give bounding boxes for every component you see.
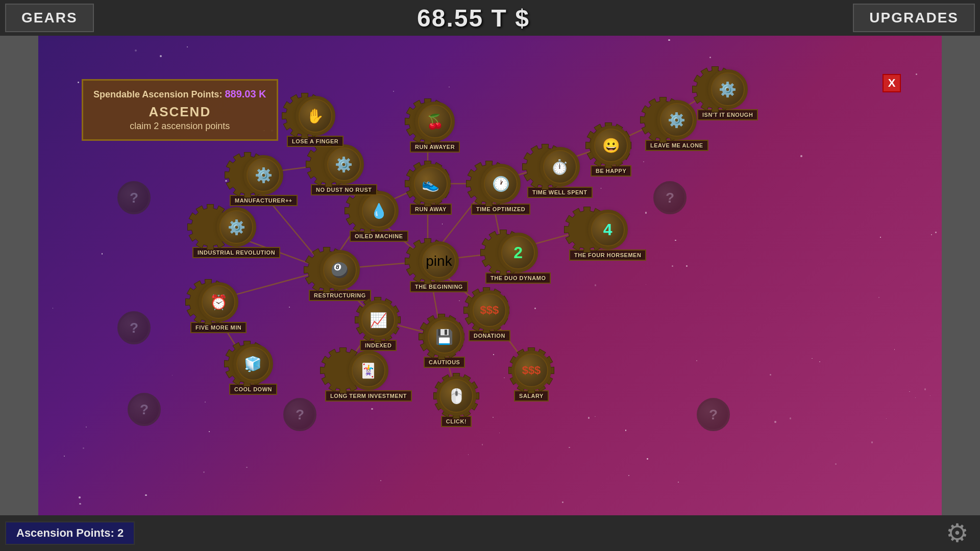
unknown-node-5[interactable]: ? — [697, 398, 730, 431]
gear-node-restructuring[interactable]: 🎱RESTRUCTURING — [309, 252, 371, 301]
upgrades-button[interactable]: UPGRADES — [853, 4, 975, 32]
gear-label-five-more-min: FIVE MORE MIN — [190, 322, 247, 333]
unknown-node-0[interactable]: ? — [117, 181, 151, 214]
ascend-subtitle: claim 2 ascension points — [93, 121, 266, 132]
gear-node-the-four-horsemen[interactable]: 4THE FOUR HORSEMEN — [569, 212, 646, 261]
gear-label-salary: SALARY — [514, 390, 549, 402]
gear-node-long-term-investment[interactable]: 🃏LONG TERM INVESTMENT — [325, 353, 412, 402]
game-area: Spendable Ascension Points: 889.03 K ASC… — [38, 36, 942, 515]
gear-label-the-beginning: THE BEGINNING — [410, 281, 468, 292]
gear-icon-cool-down: 🧊 — [244, 356, 262, 372]
gear-node-run-away[interactable]: 👟RUN AWAY — [410, 166, 452, 215]
gear-icon-manufacturer-plus: ⚙️ — [255, 167, 273, 184]
gear-icon-run-awayer: 🍒 — [426, 113, 444, 130]
gear-icon-cautious: 💾 — [435, 329, 453, 345]
gear-node-no-dust-no-rust[interactable]: ⚙️NO DUST NO RUST — [311, 146, 377, 195]
ascend-panel: Spendable Ascension Points: 889.03 K ASC… — [82, 79, 278, 141]
gear-node-time-well-spent[interactable]: ⏱️TIME WELL SPENT — [527, 149, 593, 198]
gear-node-industrial-revolution[interactable]: ⚙️INDUSTRIAL REVOLUTION — [192, 209, 280, 258]
ap-prefix: Spendable Ascension Points: — [93, 89, 225, 99]
gear-node-run-awayer[interactable]: 🍒RUN AWAYER — [410, 104, 460, 153]
gear-label-time-well-spent: TIME WELL SPENT — [527, 187, 593, 198]
gear-label-manufacturer-plus: MANUFACTURER++ — [230, 195, 298, 206]
gear-label-industrial-revolution: INDUSTRIAL REVOLUTION — [192, 247, 280, 258]
gear-icon-long-term-investment: 🃏 — [359, 362, 377, 379]
gear-label-lose-a-finger: LOSE A FINGER — [287, 136, 344, 147]
gear-label-leave-me-alone: LEAVE ME ALONE — [645, 140, 708, 151]
gear-icon-click: 🖱️ — [448, 388, 465, 405]
gear-node-click[interactable]: 🖱️CLICK! — [438, 378, 474, 427]
gear-label-cautious: CAUTIOUS — [424, 357, 465, 368]
gear-label-cool-down: COOL DOWN — [229, 384, 277, 395]
gear-icon-time-well-spent: ⏱️ — [551, 159, 569, 176]
close-button[interactable]: X — [883, 74, 901, 92]
gear-label-time-optimized: TIME OPTIMIZED — [471, 204, 530, 215]
gear-node-indexed[interactable]: 📈INDEXED — [360, 302, 397, 351]
gear-node-oiled-machine[interactable]: 💧OILED MACHINE — [350, 193, 408, 242]
unknown-node-4[interactable]: ? — [283, 398, 316, 431]
gear-icon-industrial-revolution: ⚙️ — [228, 219, 246, 236]
gear-label-no-dust-no-rust: NO DUST NO RUST — [311, 184, 377, 195]
gear-node-the-duo-dynamo[interactable]: 2THE DUO DYNAMO — [485, 235, 551, 284]
gear-icon-isnt-it-enough: ⚙️ — [719, 81, 737, 98]
gear-node-five-more-min[interactable]: ⏰FIVE MORE MIN — [190, 284, 247, 333]
gear-icon-the-beginning: pink — [426, 253, 452, 269]
gear-label-the-duo-dynamo: THE DUO DYNAMO — [485, 272, 551, 284]
gear-node-be-happy[interactable]: 😀BE HAPPY — [591, 128, 631, 177]
gear-icon-restructuring: 🎱 — [331, 262, 349, 279]
gear-icon-no-dust-no-rust: ⚙️ — [335, 156, 353, 173]
gear-label-the-four-horsemen: THE FOUR HORSEMEN — [569, 249, 646, 261]
gear-label-click: CLICK! — [441, 416, 472, 427]
gear-icon-lose-a-finger: ✋ — [306, 108, 324, 124]
gears-button[interactable]: GEARS — [5, 4, 94, 32]
unknown-node-2[interactable]: ? — [653, 181, 687, 214]
gear-node-the-beginning[interactable]: pinkTHE BEGINNING — [410, 243, 468, 292]
gear-node-donation[interactable]: $$$DONATION — [469, 292, 510, 341]
gear-label-isnt-it-enough: ISN'T IT ENOUGH — [697, 109, 758, 120]
unknown-node-1[interactable]: ? — [117, 311, 151, 344]
ascend-title[interactable]: ASCEND — [93, 104, 266, 120]
gear-icon-indexed: 📈 — [370, 312, 387, 329]
gear-node-time-optimized[interactable]: 🕐TIME OPTIMIZED — [471, 166, 530, 215]
gear-node-manufacturer-plus[interactable]: ⚙️MANUFACTURER++ — [230, 157, 298, 206]
currency-display: 68.55 T $ — [417, 4, 530, 32]
gear-label-restructuring: RESTRUCTURING — [309, 290, 371, 301]
gear-label-oiled-machine: OILED MACHINE — [350, 231, 408, 242]
gear-node-cool-down[interactable]: 🧊COOL DOWN — [229, 346, 277, 395]
ap-value: 889.03 K — [225, 88, 266, 99]
gear-node-lose-a-finger[interactable]: ✋LOSE A FINGER — [287, 98, 344, 147]
gear-node-cautious[interactable]: 💾CAUTIOUS — [424, 319, 465, 368]
gear-node-isnt-it-enough[interactable]: ⚙️ISN'T IT ENOUGH — [697, 71, 758, 120]
gear-icon-leave-me-alone: ⚙️ — [668, 112, 685, 129]
top-bar: GEARS 68.55 T $ UPGRADES — [0, 0, 980, 36]
gear-icon-five-more-min: ⏰ — [210, 294, 228, 311]
ascension-points-label: Ascension Points: 2 — [5, 521, 135, 545]
bottom-bar: Ascension Points: 2 ⚙ — [0, 515, 980, 551]
ap-label: Spendable Ascension Points: 889.03 K — [93, 88, 266, 100]
gear-icon-run-away: 👟 — [422, 176, 439, 192]
gear-label-run-away: RUN AWAY — [410, 204, 452, 215]
bottom-gear-button[interactable]: ⚙ — [942, 518, 972, 548]
gear-label-be-happy: BE HAPPY — [591, 165, 631, 177]
gear-label-donation: DONATION — [469, 330, 510, 341]
gear-icon-oiled-machine: 💧 — [370, 203, 388, 219]
gear-icon-time-optimized: 🕐 — [492, 176, 510, 192]
gear-label-long-term-investment: LONG TERM INVESTMENT — [325, 390, 412, 402]
gear-icon-be-happy: 😀 — [602, 137, 620, 154]
gear-label-run-awayer: RUN AWAYER — [410, 141, 460, 153]
gear-label-indexed: INDEXED — [360, 340, 397, 351]
gear-node-salary[interactable]: $$$SALARY — [513, 353, 549, 402]
unknown-node-3[interactable]: ? — [128, 393, 161, 426]
